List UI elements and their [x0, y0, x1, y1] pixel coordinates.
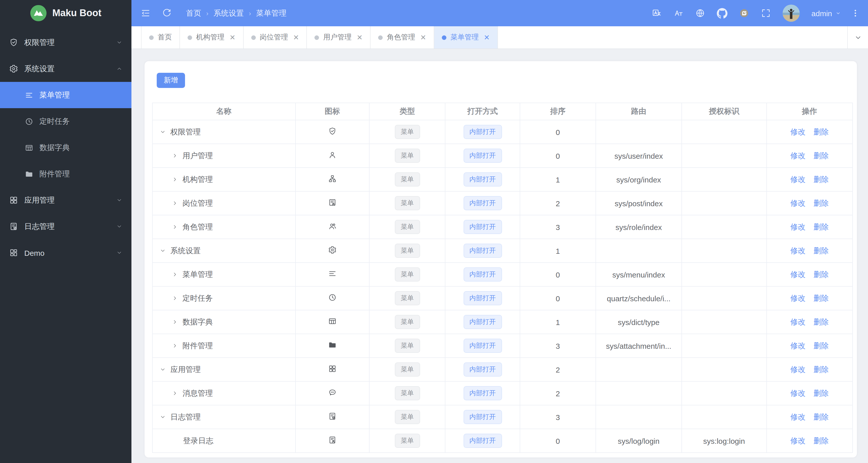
- cell-route: [595, 239, 682, 263]
- delete-link[interactable]: 删除: [814, 294, 829, 302]
- grid-icon: [328, 365, 337, 373]
- cell-type: 菜单: [370, 358, 445, 381]
- cell-name: 定时任务: [152, 286, 295, 310]
- edit-link[interactable]: 修改: [790, 341, 806, 349]
- expand-down-icon[interactable]: [160, 414, 166, 420]
- edit-link[interactable]: 修改: [790, 222, 806, 231]
- add-button[interactable]: 新增: [157, 73, 185, 88]
- edit-link[interactable]: 修改: [790, 412, 806, 421]
- cell-open-mode: 内部打开: [445, 120, 520, 144]
- globe-icon[interactable]: [695, 8, 705, 18]
- close-tab-icon[interactable]: ✕: [484, 33, 490, 41]
- tab-post-mgmt[interactable]: 岗位管理✕: [243, 26, 307, 49]
- edit-link[interactable]: 修改: [790, 294, 806, 302]
- edit-link[interactable]: 修改: [790, 198, 806, 207]
- sidebar-item-demo[interactable]: Demo: [0, 240, 131, 266]
- expand-right-icon[interactable]: [172, 343, 178, 349]
- kebab-menu-icon[interactable]: [851, 9, 860, 18]
- table-row: 应用管理菜单内部打开2修改删除: [152, 358, 852, 381]
- delete-link[interactable]: 删除: [814, 412, 829, 421]
- expand-right-icon[interactable]: [172, 295, 178, 301]
- tab-user-mgmt[interactable]: 用户管理✕: [307, 26, 371, 49]
- delete-link[interactable]: 删除: [814, 151, 829, 159]
- collapse-sidebar-icon[interactable]: [141, 8, 151, 18]
- expand-right-icon[interactable]: [172, 177, 178, 183]
- breadcrumb-item[interactable]: 首页: [186, 8, 201, 18]
- tab-menu-mgmt[interactable]: 菜单管理✕: [434, 26, 498, 49]
- delete-link[interactable]: 删除: [814, 365, 829, 373]
- edit-link[interactable]: 修改: [790, 175, 806, 183]
- avatar[interactable]: [782, 5, 800, 22]
- user-menu[interactable]: admin: [811, 9, 841, 18]
- delete-link[interactable]: 删除: [814, 317, 829, 326]
- sidebar-item-log-mgmt[interactable]: 日志管理: [0, 213, 131, 240]
- cell-route: sys/role/index: [595, 215, 682, 239]
- edit-link[interactable]: 修改: [790, 151, 806, 159]
- sidebar-item-data-dict[interactable]: 数据字典: [0, 134, 131, 161]
- github-icon[interactable]: [717, 8, 727, 19]
- expand-down-icon[interactable]: [160, 367, 166, 373]
- edit-link[interactable]: 修改: [790, 127, 806, 136]
- cell-open-mode: 内部打开: [445, 381, 520, 405]
- edit-link[interactable]: 修改: [790, 270, 806, 278]
- edit-link[interactable]: 修改: [790, 365, 806, 373]
- menu-name: 菜单管理: [183, 270, 213, 279]
- font-size-icon[interactable]: [673, 8, 683, 18]
- tab-role-mgmt[interactable]: 角色管理✕: [371, 26, 434, 49]
- close-tab-icon[interactable]: ✕: [293, 33, 299, 41]
- expand-right-icon[interactable]: [172, 224, 178, 230]
- expand-down-icon[interactable]: [160, 129, 166, 135]
- edit-link[interactable]: 修改: [790, 246, 806, 254]
- translate-icon[interactable]: [652, 8, 662, 18]
- sidebar-item-scheduled-tasks[interactable]: 定时任务: [0, 108, 131, 134]
- sidebar-item-attachment-mgmt[interactable]: 附件管理: [0, 161, 131, 187]
- expand-right-icon[interactable]: [172, 153, 178, 159]
- menu-name: 系统设置: [170, 246, 201, 255]
- gitee-icon[interactable]: [739, 8, 749, 18]
- cell-actions: 修改删除: [766, 358, 852, 381]
- delete-link[interactable]: 删除: [814, 175, 829, 183]
- delete-link[interactable]: 删除: [814, 270, 829, 278]
- sidebar-item-system-settings[interactable]: 系统设置: [0, 56, 131, 82]
- fullscreen-icon[interactable]: [761, 8, 771, 18]
- expand-right-icon[interactable]: [172, 390, 178, 396]
- logo[interactable]: Maku Boot: [0, 0, 131, 26]
- delete-link[interactable]: 删除: [814, 198, 829, 207]
- chev-up-icon: [116, 66, 122, 72]
- refresh-icon[interactable]: [162, 8, 172, 18]
- open-mode-tag: 内部打开: [463, 410, 502, 424]
- breadcrumb-item[interactable]: 系统设置: [214, 8, 244, 18]
- cell-type: 菜单: [370, 286, 445, 310]
- table-row: 角色管理菜单内部打开3sys/role/index修改删除: [152, 215, 852, 239]
- expand-right-icon[interactable]: [172, 200, 178, 206]
- tabs-dropdown-button[interactable]: [847, 26, 868, 49]
- delete-link[interactable]: 删除: [814, 222, 829, 231]
- delete-link[interactable]: 删除: [814, 389, 829, 397]
- delete-link[interactable]: 删除: [814, 246, 829, 254]
- delete-link[interactable]: 删除: [814, 436, 829, 444]
- edit-link[interactable]: 修改: [790, 317, 806, 326]
- menu-name: 数据字典: [183, 317, 213, 327]
- grid-alt-icon: [9, 248, 18, 257]
- close-tab-icon[interactable]: ✕: [420, 33, 426, 41]
- edit-link[interactable]: 修改: [790, 389, 806, 397]
- sidebar-item-menu-mgmt[interactable]: 菜单管理: [0, 82, 131, 108]
- delete-link[interactable]: 删除: [814, 341, 829, 349]
- doc-check-icon: [9, 222, 18, 231]
- close-tab-icon[interactable]: ✕: [356, 33, 363, 41]
- table-row: 附件管理菜单内部打开3sys/attachment/in...修改删除: [152, 334, 852, 358]
- sidebar-item-auth-mgmt[interactable]: 权限管理: [0, 29, 131, 56]
- edit-link[interactable]: 修改: [790, 436, 806, 444]
- expand-right-icon[interactable]: [172, 319, 178, 325]
- cell-auth: [682, 120, 766, 144]
- expand-down-icon[interactable]: [160, 248, 166, 254]
- breadcrumb-item[interactable]: 菜单管理: [256, 8, 286, 18]
- delete-link[interactable]: 删除: [814, 127, 829, 136]
- tab-home[interactable]: 首页: [141, 26, 180, 49]
- breadcrumb-separator: ›: [249, 9, 251, 17]
- close-tab-icon[interactable]: ✕: [229, 33, 235, 41]
- tab-org-mgmt[interactable]: 机构管理✕: [180, 26, 243, 49]
- expand-right-icon[interactable]: [172, 272, 178, 278]
- sidebar-item-app-mgmt[interactable]: 应用管理: [0, 187, 131, 213]
- main-area: 新增 名称图标类型打开方式排序路由授权标识操作 权限管理菜单内部打开0修改删除用…: [131, 49, 868, 463]
